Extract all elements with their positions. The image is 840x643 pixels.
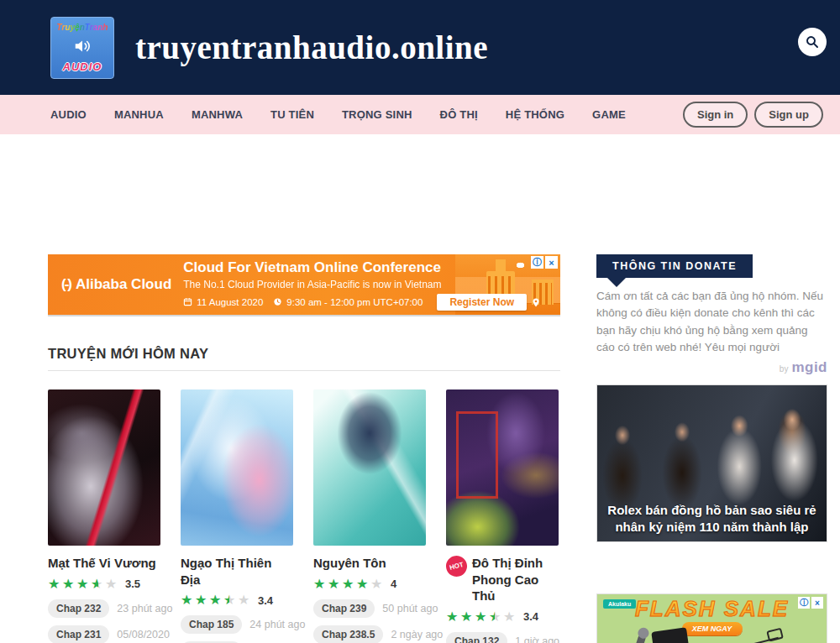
nav-item-manhwa[interactable]: MANHWA bbox=[192, 108, 243, 121]
star-base-glyph: ★ bbox=[238, 593, 249, 607]
star-fill-glyph: ★ bbox=[62, 577, 76, 592]
star-fill-glyph: ★ bbox=[76, 577, 91, 592]
nav-item-trong-sinh[interactable]: TRỌNG SINH bbox=[342, 108, 412, 121]
main-navbar: AUDIOMANHUAMANHWATU TIÊNTRỌNG SINHĐÔ THỊ… bbox=[0, 95, 840, 134]
star-base-glyph: ★ bbox=[105, 577, 117, 591]
star-fill-glyph: ★ bbox=[489, 609, 495, 625]
mgid-logo[interactable]: mgid bbox=[791, 359, 827, 376]
star-fill-glyph: ★ bbox=[446, 609, 460, 625]
comic-title[interactable]: Ngạo Thị Thiên Địa bbox=[181, 555, 293, 588]
star-icon: ★★ bbox=[181, 593, 195, 608]
site-logo[interactable]: TruyệnTranh AUDIO bbox=[50, 17, 114, 79]
mgid-by-label: by bbox=[780, 364, 789, 374]
chapter-chip[interactable]: Chap 231 bbox=[48, 625, 109, 643]
adchoices-close-icon[interactable]: × bbox=[545, 256, 558, 269]
rating-stars: ★★★★★★★★★3.4 bbox=[446, 609, 559, 625]
chapter-time: 2 ngày ago bbox=[391, 629, 443, 640]
xem-ngay-button[interactable]: XEM NGAY bbox=[682, 622, 743, 635]
chapter-time: 05/08/2020 bbox=[117, 629, 170, 640]
hot-badge: HOT bbox=[444, 553, 470, 579]
chapter-chip[interactable]: Chap 185 bbox=[181, 615, 242, 634]
banner-subheadline: The No.1 Cloud Provider in Asia-Pacific … bbox=[183, 279, 540, 290]
comic-title[interactable]: Mạt Thế Vi Vương bbox=[48, 555, 156, 572]
alibaba-ad-banner[interactable]: (-) Alibaba Cloud Cloud For Vietnam Onli… bbox=[48, 254, 560, 316]
chapter-chip[interactable]: Chap 232 bbox=[48, 599, 109, 618]
chapter-row: Chap 1321 giờ ago bbox=[446, 632, 559, 643]
chapter-row: Chap 23223 phút ago bbox=[48, 599, 160, 618]
sign-in-button[interactable]: Sign in bbox=[683, 102, 748, 128]
microphone-product-image bbox=[633, 634, 647, 643]
comic-title[interactable]: Nguyên Tôn bbox=[313, 555, 386, 572]
clock-icon bbox=[273, 297, 282, 306]
star-fill-glyph: ★ bbox=[356, 577, 370, 592]
nav-item-manhua[interactable]: MANHUA bbox=[114, 108, 164, 121]
star-fill-glyph: ★ bbox=[195, 593, 209, 608]
search-button[interactable] bbox=[798, 28, 827, 56]
star-fill-glyph: ★ bbox=[328, 577, 342, 592]
adchoices-close-icon[interactable]: × bbox=[811, 597, 823, 609]
register-now-button[interactable]: Register Now bbox=[437, 294, 527, 311]
sign-up-button[interactable]: Sign up bbox=[754, 102, 823, 128]
star-fill-glyph: ★ bbox=[475, 609, 489, 625]
chapter-chip[interactable]: Chap 132 bbox=[446, 632, 507, 643]
comic-title[interactable]: Đô Thị Đỉnh Phong Cao Thủ bbox=[472, 555, 559, 604]
donate-ribbon: THÔNG TIN DONATE bbox=[596, 254, 753, 278]
comic-title-row: Ngạo Thị Thiên Địa bbox=[181, 555, 293, 588]
nav-item-game[interactable]: GAME bbox=[592, 108, 626, 121]
mgid-attribution: by mgid bbox=[596, 359, 827, 376]
site-header: TruyệnTranh AUDIO truyentranhaudio.onlin… bbox=[0, 0, 840, 95]
chapter-row: Chap 238.52 ngày ago bbox=[313, 625, 426, 643]
rolex-native-ad[interactable]: Rolex bán đồng hồ bản sao siêu rẻ nhân k… bbox=[596, 384, 827, 542]
rolex-ad-caption[interactable]: Rolex bán đồng hồ bản sao siêu rẻ nhân k… bbox=[597, 502, 827, 541]
nav-item-tu-tien[interactable]: TU TIÊN bbox=[270, 108, 314, 121]
star-base-glyph: ★ bbox=[370, 577, 382, 591]
rating-value: 3.4 bbox=[258, 594, 273, 607]
star-icon: ★★ bbox=[328, 577, 342, 592]
star-fill-glyph: ★ bbox=[181, 593, 195, 608]
left-column: (-) Alibaba Cloud Cloud For Vietnam Onli… bbox=[48, 254, 560, 643]
banner-event-row: 11 August 2020 9:30 am - 12:00 pm UTC+07… bbox=[183, 294, 540, 311]
adchoices-controls: ⓘ × bbox=[798, 597, 823, 609]
comic-card: Mạt Thế Vi Vương★★★★★★★★★3.5Chap 23223 p… bbox=[48, 389, 160, 643]
star-icon: ★★ bbox=[209, 593, 223, 608]
star-icon: ★★ bbox=[313, 577, 328, 592]
comic-cover[interactable] bbox=[181, 389, 293, 546]
rating-stars: ★★★★★★★★★3.5 bbox=[48, 577, 160, 592]
nav-items: AUDIOMANHUAMANHWATU TIÊNTRỌNG SINHĐÔ THỊ… bbox=[50, 108, 626, 121]
location-pin-icon bbox=[531, 297, 540, 306]
chapter-chip[interactable]: Chap 239 bbox=[313, 599, 375, 618]
section-title: TRUYỆN MỚI HÔM NAY bbox=[48, 346, 560, 362]
star-fill-glyph: ★ bbox=[342, 577, 356, 592]
star-icon: ★★ bbox=[446, 609, 460, 625]
star-fill-glyph: ★ bbox=[460, 609, 475, 625]
star-icon: ★★ bbox=[76, 577, 91, 592]
site-title[interactable]: truyentranhaudio.online bbox=[135, 29, 488, 66]
star-icon: ★ bbox=[370, 577, 385, 592]
comic-title-row: HOTĐô Thị Đỉnh Phong Cao Thủ bbox=[446, 555, 559, 604]
comic-card: Ngạo Thị Thiên Địa★★★★★★★★★3.4Chap 18524… bbox=[181, 389, 293, 643]
star-icon: ★ bbox=[503, 609, 517, 625]
banner-time: 9:30 am - 12:00 pm UTC+07:00 bbox=[286, 297, 423, 307]
comic-cover[interactable] bbox=[446, 389, 559, 546]
banner-date: 11 August 2020 bbox=[197, 297, 263, 307]
comic-cover[interactable] bbox=[313, 389, 426, 546]
flash-sale-ad[interactable]: Akulaku FLASH SALE XEM NGAY ⓘ × bbox=[596, 593, 827, 643]
star-icon: ★★ bbox=[91, 577, 105, 592]
sidebar: THÔNG TIN DONATE Cám ơn tất cả các bạn đ… bbox=[596, 254, 827, 643]
alibaba-cloud-logo: (-) Alibaba Cloud bbox=[61, 276, 171, 293]
rating-stars: ★★★★★★★★★4 bbox=[313, 577, 426, 592]
comic-cards-row: Mạt Thế Vi Vương★★★★★★★★★3.5Chap 23223 p… bbox=[48, 389, 560, 643]
calendar-icon bbox=[183, 297, 192, 306]
adchoices-info-icon[interactable]: ⓘ bbox=[531, 256, 543, 269]
comic-cover[interactable] bbox=[48, 389, 160, 546]
star-icon: ★★ bbox=[356, 577, 370, 592]
nav-item-audio[interactable]: AUDIO bbox=[50, 108, 87, 121]
adchoices-info-icon[interactable]: ⓘ bbox=[798, 597, 810, 609]
star-icon: ★★ bbox=[48, 577, 62, 592]
nav-item-đo-thi[interactable]: ĐÔ THỊ bbox=[440, 108, 478, 121]
auth-buttons: Sign in Sign up bbox=[683, 102, 823, 128]
nav-item-he-thong[interactable]: HỆ THỐNG bbox=[506, 108, 564, 121]
speaker-icon bbox=[72, 37, 92, 55]
chapter-chip[interactable]: Chap 238.5 bbox=[313, 625, 383, 643]
star-fill-glyph: ★ bbox=[223, 593, 229, 608]
